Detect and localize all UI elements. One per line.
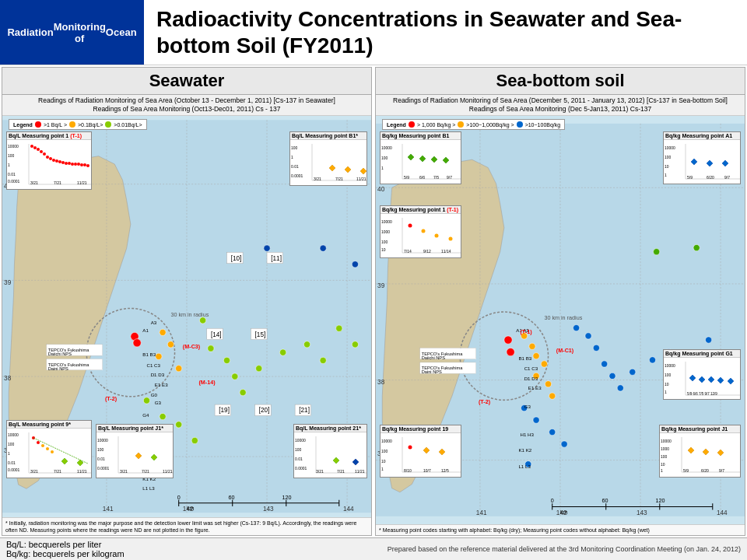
svg-text:1: 1 [8,451,10,456]
svg-text:3/21: 3/21 [30,469,38,474]
svg-text:10/7: 10/7 [423,468,431,473]
svg-point-223 [654,249,660,255]
svg-point-109 [61,161,65,164]
svg-text:10: 10 [661,462,665,467]
svg-marker-294 [728,378,734,384]
svg-point-198 [504,336,512,344]
seabottom-subheader-line2: Readings of Sea Area Monitoring (Dec 5-J… [379,105,742,114]
chart-sb-B1-svg: 10000 100 1 5/9 6/6 7/5 9/7 [381,140,461,180]
chart-point21-title: Bq/L Measuring point 21* [294,425,366,432]
seabottom-legend-red-label: > 1,000 Bq/kg > [417,122,455,128]
chart-point1: Bq/L Measuring point 1 (T-1) 10000 100 1… [6,131,92,190]
svg-marker-158 [151,454,157,460]
svg-point-202 [533,353,539,359]
svg-text:11/21: 11/21 [355,469,365,474]
seabottom-subheader-line1: Readings of Radiation Monitoring of Sea … [379,96,742,105]
svg-text:0.0001: 0.0001 [8,467,20,472]
chart-point21: Bq/L Measuring point 21* 10000 100 0.01 … [293,424,367,478]
svg-point-199 [507,348,514,356]
svg-text:10: 10 [665,382,669,387]
svg-text:0: 0 [551,498,554,505]
svg-point-34 [223,358,230,364]
svg-line-145 [33,438,88,464]
svg-marker-317 [439,449,445,455]
svg-point-29 [156,353,162,359]
svg-point-277 [409,224,412,228]
svg-text:7/14: 7/14 [404,249,412,254]
svg-point-203 [541,361,547,367]
svg-text:(T-1): (T-1) [520,328,532,335]
svg-marker-267 [722,160,728,166]
svg-point-221 [561,441,567,447]
svg-text:1: 1 [381,166,384,170]
seawater-title: Seawater [2,68,371,95]
svg-marker-254 [443,157,449,163]
svg-text:144: 144 [343,506,354,513]
svg-text:0: 0 [177,494,181,501]
chart-sb-J1: Bq/kg Measuring point J1 10000 1000 100 … [659,425,741,478]
svg-text:H1 H3: H1 H3 [520,432,534,437]
svg-text:7/21: 7/21 [335,177,343,181]
chart-sb-T1: Bq/kg Measuring point 1 (T-1) 10000 1000… [380,205,461,258]
svg-text:10: 10 [381,459,386,464]
seabottom-panel: Sea-bottom soil Readings of Radiation Mo… [375,67,745,536]
legend-label: Legend [13,122,33,128]
svg-point-50 [352,261,358,268]
svg-text:7/21: 7/21 [337,469,345,474]
svg-text:141: 141 [476,509,487,516]
svg-marker-292 [708,376,714,383]
svg-text:100: 100 [381,240,388,244]
svg-point-39 [303,341,310,348]
svg-point-100 [33,146,37,149]
svg-point-27 [160,330,166,336]
svg-point-38 [280,349,286,355]
svg-text:B1 B3: B1 B3 [518,355,531,361]
svg-text:5/9: 5/9 [683,468,689,473]
svg-text:10000: 10000 [665,363,675,368]
seawater-subheader: Readings of Radiation Monitoring of Sea … [2,95,371,116]
seabottom-legend-blue-label: >10~100Bq/kg [525,122,561,128]
svg-text:(T-2): (T-2) [479,399,491,406]
svg-text:E1 E3: E1 E3 [155,383,168,388]
svg-point-42 [352,341,358,348]
svg-point-278 [422,229,426,233]
chart-point9-svg: 10000 100 1 0.01 0.0001 [7,429,91,474]
svg-text:7/21: 7/21 [142,469,149,474]
chart-sb-T1-title: Bq/kg Measuring point 1 (T-1) [381,206,461,214]
svg-text:120: 120 [656,498,665,505]
svg-point-217 [706,337,712,343]
svg-text:A3: A3 [151,320,157,325]
svg-text:5/9 6/6 7/5 9/7 12/9: 5/9 6/6 7/5 9/7 12/9 [687,392,717,396]
svg-text:10000: 10000 [295,438,306,443]
svg-text:7/21: 7/21 [54,180,61,185]
footer: Bq/L: becquerels per liter Bq/kg: becque… [0,537,747,560]
svg-marker-303 [688,447,694,453]
svg-point-33 [208,345,214,352]
svg-point-210 [601,361,608,367]
svg-text:100: 100 [381,156,388,160]
svg-text:[20]: [20] [259,408,270,415]
svg-text:11/21: 11/21 [356,177,366,181]
svg-point-224 [693,245,700,251]
svg-point-106 [52,159,55,162]
svg-text:100: 100 [291,145,298,150]
seabottom-legend: Legend > 1,000 Bq/kg > >100~1,000Bq/kg >… [382,119,565,130]
svg-text:100: 100 [381,449,388,453]
svg-text:9/7: 9/7 [447,175,452,180]
svg-text:11/21: 11/21 [77,469,87,474]
legend-yellow-label: >0.1Bq/L> [78,122,103,128]
svg-text:1: 1 [8,163,10,167]
svg-text:0.01: 0.01 [8,460,16,465]
svg-text:6/20: 6/20 [701,468,709,473]
chart-sb-B1-title: Bq/kg Measuring point B1 [381,132,461,140]
svg-text:1: 1 [381,467,384,471]
svg-text:Daini NPS: Daini NPS [48,366,68,371]
svg-point-208 [585,333,591,339]
svg-text:10000: 10000 [97,438,108,443]
seabottom-footnote: * Measuring point codes starting with al… [376,524,745,535]
svg-text:30 km in radius: 30 km in radius [170,311,209,318]
svg-text:100: 100 [8,442,15,446]
svg-point-107 [55,159,58,163]
svg-point-144 [51,450,54,453]
svg-text:10: 10 [381,247,386,252]
